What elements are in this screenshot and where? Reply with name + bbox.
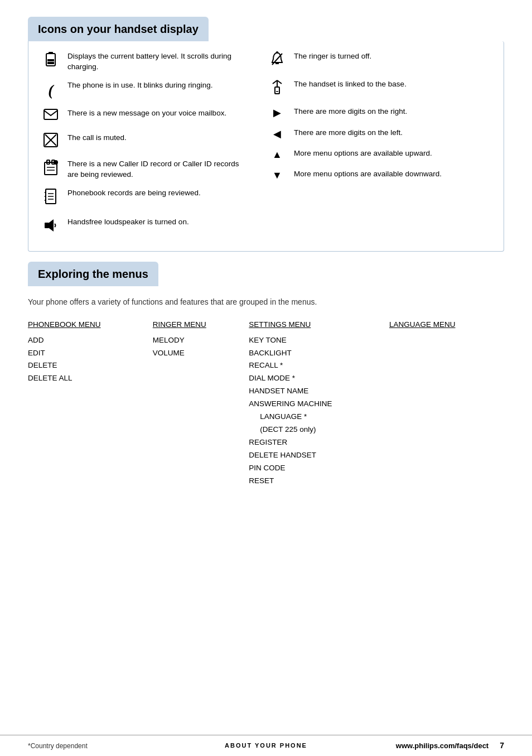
icon-row-ringer-off: The ringer is turned off. [266,51,492,71]
battery-icon [40,51,62,71]
voicemail-icon [40,108,62,125]
svg-rect-1 [49,52,53,54]
menu-item: DIAL MODE * [249,372,378,385]
menu-item: REGISTER [249,436,378,449]
icon-row-voicemail: There is a new message on your voice mai… [40,108,266,125]
phonebook-menu-items: ADD EDIT DELETE DELETE ALL [28,334,153,488]
settings-menu-items: KEY TONE BACKLIGHT RECALL * DIAL MODE * … [249,334,389,488]
explore-section-title: Exploring the menus [38,268,148,280]
menu-item: BACKLIGHT [249,347,378,360]
icon-row-caller-id: There is a new Caller ID record or Calle… [40,159,266,180]
ringer-menu-items: MELODY VOLUME [153,334,249,488]
svg-marker-22 [49,219,54,232]
menu-headers-row: PHONEBOOK MENU RINGER MENU SETTINGS MENU… [28,319,504,334]
menu-item: EDIT [28,347,142,360]
language-menu-items [389,334,504,488]
handsfree-icon [40,217,62,238]
phonebook-desc: Phonebook records are being reviewed. [67,188,201,199]
more-left-desc: There are more digits on the left. [294,128,403,138]
menu-item: VOLUME [153,347,238,360]
icon-row-phone-in-use: ( The phone is in use. It blinks during … [40,80,266,100]
phonebook-menu-header: PHONEBOOK MENU [28,319,153,334]
menu-items-row: ADD EDIT DELETE DELETE ALL MELODY VOLUME… [28,334,504,488]
more-up-desc: More menu options are available upward. [294,148,432,159]
icon-row-more-right: ▶ There are more digits on the right. [266,107,492,119]
menu-item: (DECT 225 only) [249,423,378,436]
caller-id-icon [40,159,62,180]
mute-desc: The call is muted. [67,133,127,143]
menu-item: MELODY [153,334,238,347]
phonebook-icon [40,188,62,209]
icons-right-column: The ringer is turned off. The han [266,51,492,245]
icon-row-battery: Displays the current battery level. It s… [40,51,266,73]
menu-item: DELETE ALL [28,372,142,385]
icon-row-handsfree: Handsfree loudspeaker is turned on. [40,217,266,238]
phone-in-use-icon: ( [40,80,62,100]
menu-item: HANDSET NAME [249,385,378,398]
more-right-desc: There are more digits on the right. [294,107,407,117]
icons-grid: Displays the current battery level. It s… [40,51,492,245]
battery-desc: Displays the current battery level. It s… [67,51,249,73]
menu-item: PIN CODE [249,462,378,475]
voicemail-desc: There is a new message on your voice mai… [67,108,226,119]
svg-line-28 [277,80,282,84]
menu-item: DELETE [28,359,142,372]
explore-content: Your phone offers a variety of functions… [28,286,504,488]
icon-row-more-left: ◀ There are more digits on the left. [266,128,492,141]
handsfree-desc: Handsfree loudspeaker is turned on. [67,217,189,228]
more-up-icon: ▲ [266,148,288,161]
footer-url: www.philips.com/faqs/dect [396,740,489,752]
icon-row-more-up: ▲ More menu options are available upward… [266,148,492,161]
svg-line-27 [273,80,277,84]
menu-item: ADD [28,334,142,347]
icon-row-linked: The handset is linked to the base. [266,79,492,99]
icons-section-header: Icons on your handset display [28,17,209,41]
ringer-off-desc: The ringer is turned off. [294,51,371,62]
phone-in-use-desc: The phone is in use. It blinks during ri… [67,80,212,91]
settings-menu-header: SETTINGS MENU [249,319,389,334]
icons-section-title: Icons on your handset display [38,23,199,35]
footer-center-label: ABOUT YOUR PHONE [225,741,307,750]
icons-section-content: Displays the current battery level. It s… [28,41,504,252]
linked-icon [266,79,288,99]
menus-table: PHONEBOOK MENU RINGER MENU SETTINGS MENU… [28,319,504,488]
icon-row-more-down: ▼ More menu options are available downwa… [266,169,492,182]
svg-rect-3 [47,62,54,64]
svg-point-24 [276,51,278,54]
more-down-icon: ▼ [266,169,288,182]
language-menu-header: LANGUAGE MENU [389,319,504,334]
svg-rect-21 [45,223,49,228]
ringer-menu-header: RINGER MENU [153,319,249,334]
ringer-off-icon [266,51,288,71]
more-left-icon: ◀ [266,128,288,141]
footer-country-note: *Country dependent [28,741,88,751]
more-down-desc: More menu options are available downward… [294,169,442,180]
icon-row-mute: The call is muted. [40,133,266,152]
menu-item: LANGUAGE * [249,411,378,423]
svg-point-13 [54,160,58,165]
menu-item: ANSWERING MACHINE [249,398,378,411]
icons-section: Icons on your handset display Displays t… [28,17,504,252]
icons-left-column: Displays the current battery level. It s… [40,51,266,245]
svg-rect-4 [44,109,57,119]
svg-rect-2 [47,59,54,61]
menu-item: DELETE HANDSET [249,449,378,462]
explore-section-header: Exploring the menus [28,262,158,286]
explore-intro: Your phone offers a variety of functions… [28,296,504,308]
menu-item: RESET [249,475,378,488]
menu-item: KEY TONE [249,334,378,347]
icon-row-phonebook: Phonebook records are being reviewed. [40,188,266,209]
page-footer: *Country dependent ABOUT YOUR PHONE www.… [0,735,532,756]
more-right-icon: ▶ [266,107,288,119]
footer-page-number: 7 [500,740,504,752]
svg-rect-29 [275,87,279,94]
mute-icon [40,133,62,152]
menu-item: RECALL * [249,359,378,372]
explore-section: Exploring the menus Your phone offers a … [28,262,504,488]
linked-desc: The handset is linked to the base. [294,79,407,90]
caller-id-desc: There is a new Caller ID record or Calle… [67,159,249,180]
